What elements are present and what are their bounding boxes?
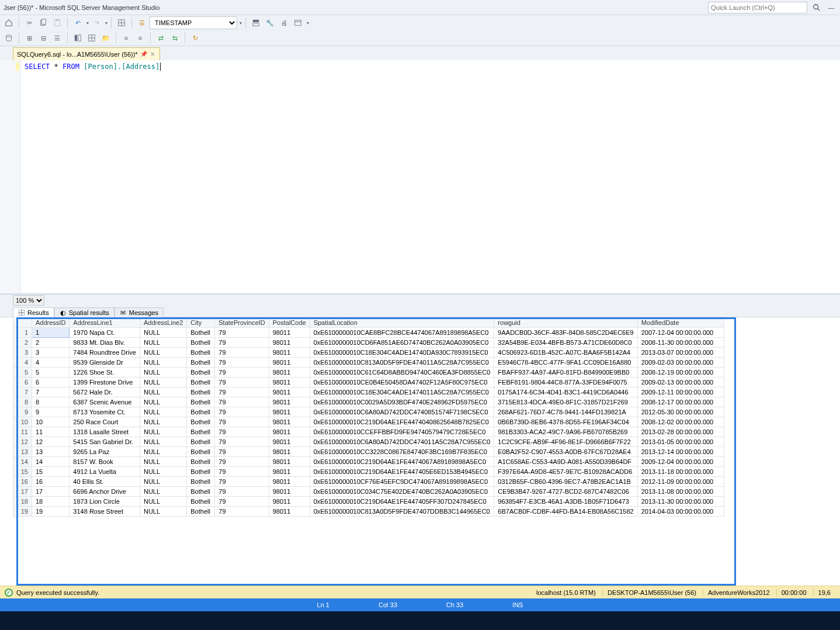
cell-addressid[interactable]: 19 — [32, 507, 70, 517]
cell-city[interactable]: Bothell — [187, 457, 215, 467]
cell-addressline2[interactable]: NULL — [140, 407, 186, 417]
row-number-cell[interactable]: 16 — [13, 477, 32, 487]
cell-addressid[interactable]: 3 — [32, 348, 70, 358]
folder-icon[interactable]: 📁 — [99, 32, 112, 44]
sql-editor[interactable]: SELECT * FROM [Person].[Address] — [0, 60, 840, 294]
cell-addressline2[interactable]: NULL — [140, 497, 186, 507]
cell-addressline2[interactable]: NULL — [140, 328, 186, 338]
cell-city[interactable]: Bothell — [187, 447, 215, 457]
print-icon[interactable]: 🖨 — [277, 16, 290, 29]
row-number-cell[interactable]: 13 — [13, 447, 32, 457]
cell-modifieddate[interactable]: 2009-02-03 00:00:00.000 — [637, 358, 724, 368]
row-number-cell[interactable]: 7 — [13, 387, 32, 397]
cell-postalcode[interactable]: 98011 — [269, 397, 310, 407]
cell-stateprovince[interactable]: 79 — [215, 358, 269, 368]
cell-addressline2[interactable]: NULL — [140, 348, 186, 358]
cell-addressid[interactable]: 10 — [32, 417, 70, 427]
cell-stateprovince[interactable]: 79 — [215, 348, 269, 358]
cell-addressid[interactable]: 15 — [32, 467, 70, 477]
cell-modifieddate[interactable]: 2013-02-28 00:00:00.000 — [637, 427, 724, 437]
table-row[interactable]: 13139265 La PazNULLBothell79980110xE6100… — [13, 447, 724, 457]
editor-content[interactable]: SELECT * FROM [Person].[Address] — [21, 60, 840, 293]
indent-left-icon[interactable]: ≡ — [120, 32, 133, 44]
cut-icon[interactable]: ✂ — [23, 16, 36, 29]
tab-spatial[interactable]: ◐ Spatial results — [54, 307, 114, 317]
cell-rowguid[interactable]: FEBF8191-9804-44C8-877A-33FDE94F0075 — [494, 378, 637, 387]
cell-addressline2[interactable]: NULL — [140, 417, 186, 427]
cell-addressid[interactable]: 11 — [32, 427, 70, 437]
cell-spatiallocation[interactable]: 0xE6100000010C219D64AE1FE447405E6ED153B4… — [310, 467, 494, 477]
cell-stateprovince[interactable]: 79 — [215, 378, 269, 387]
table-row[interactable]: 12125415 San Gabriel Dr.NULLBothell79980… — [13, 437, 724, 447]
cell-spatiallocation[interactable]: 0xE6100000010C0029A5D93BDF4740E248962FD5… — [310, 397, 494, 407]
cell-postalcode[interactable]: 98011 — [269, 467, 310, 477]
panel-icon-2[interactable] — [85, 32, 98, 44]
cell-city[interactable]: Bothell — [187, 417, 215, 427]
col-header[interactable]: StateProvinceID — [215, 318, 269, 328]
cell-addressline1[interactable]: 3148 Rose Street — [70, 507, 140, 517]
cell-stateprovince[interactable]: 79 — [215, 417, 269, 427]
col-header[interactable]: AddressLine1 — [70, 318, 140, 328]
table-row[interactable]: 161640 Ellis St.NULLBothell79980110xE610… — [13, 477, 724, 487]
table-row[interactable]: 19193148 Rose StreetNULLBothell79980110x… — [13, 507, 724, 517]
table-row[interactable]: 17176696 Anchor DriveNULLBothell79980110… — [13, 487, 724, 497]
tab-messages[interactable]: ✉ Messages — [114, 307, 164, 317]
row-number-cell[interactable]: 9 — [13, 407, 32, 417]
col-header[interactable]: AddressID — [32, 318, 70, 328]
cell-addressline2[interactable]: NULL — [140, 387, 186, 397]
row-header-corner[interactable] — [13, 318, 32, 328]
cell-city[interactable]: Bothell — [187, 378, 215, 387]
cell-addressline1[interactable]: 9265 La Paz — [70, 447, 140, 457]
cell-spatiallocation[interactable]: 0xE6100000010C813A0D5F9FDE47407DDBB3C144… — [310, 507, 494, 517]
results-pane-icon[interactable] — [249, 16, 262, 29]
cell-spatiallocation[interactable]: 0xE6100000010C034C75E402DE4740BC262A0A03… — [310, 487, 494, 497]
table-row[interactable]: 775672 Hale Dr.NULLBothell79980110xE6100… — [13, 387, 724, 397]
panel-icon-1[interactable] — [71, 32, 84, 44]
dropdown-caret-icon[interactable]: ▾ — [238, 20, 242, 26]
cell-city[interactable]: Bothell — [187, 467, 215, 477]
home-icon[interactable] — [2, 16, 15, 29]
table-row[interactable]: 229833 Mt. Dias Blv.NULLBothell79980110x… — [13, 338, 724, 348]
cell-postalcode[interactable]: 98011 — [269, 417, 310, 427]
cell-addressline2[interactable]: NULL — [140, 467, 186, 477]
cell-rowguid[interactable]: 4C506923-6D1B-452C-A07C-BAA6F5B142A4 — [494, 348, 637, 358]
cell-addressline2[interactable]: NULL — [140, 447, 186, 457]
cell-addressid[interactable]: 8 — [32, 397, 70, 407]
dropdown-caret-icon[interactable]: ▾ — [306, 20, 309, 26]
row-number-cell[interactable]: 4 — [13, 358, 32, 368]
cell-city[interactable]: Bothell — [187, 368, 215, 378]
table-row[interactable]: 15154912 La VueltaNULLBothell79980110xE6… — [13, 467, 724, 477]
cell-addressline2[interactable]: NULL — [140, 507, 186, 517]
cell-rowguid[interactable]: 0175A174-6C34-4D41-B3C1-4419CD6A0446 — [494, 387, 637, 397]
cell-addressline1[interactable]: 1318 Lasalle Street — [70, 427, 140, 437]
cell-modifieddate[interactable]: 2013-11-30 00:00:00.000 — [637, 497, 724, 507]
search-icon[interactable] — [811, 2, 822, 13]
sql-icon[interactable]: ☰ — [136, 16, 148, 29]
cell-postalcode[interactable]: 98011 — [269, 487, 310, 497]
cell-rowguid[interactable]: F397E64A-A9D8-4E57-9E7C-B10928ACADD6 — [494, 467, 637, 477]
cell-spatiallocation[interactable]: 0xE6100000010CC3228C0867E84740F3BC169B7F… — [310, 447, 494, 457]
cell-addressid[interactable]: 17 — [32, 487, 70, 497]
cell-stateprovince[interactable]: 79 — [215, 368, 269, 378]
cell-modifieddate[interactable]: 2012-11-09 00:00:00.000 — [637, 477, 724, 487]
grid-icon[interactable] — [115, 16, 128, 29]
cell-stateprovince[interactable]: 79 — [215, 427, 269, 437]
cell-addressline1[interactable]: 7484 Roundtree Drive — [70, 348, 140, 358]
cell-modifieddate[interactable]: 2013-12-14 00:00:00.000 — [637, 447, 724, 457]
table-row[interactable]: 14148157 W. BookNULLBothell79980110xE610… — [13, 457, 724, 467]
cell-addressline2[interactable]: NULL — [140, 437, 186, 447]
row-number-cell[interactable]: 8 — [13, 397, 32, 407]
cell-addressline1[interactable]: 5415 San Gabriel Dr. — [70, 437, 140, 447]
cell-stateprovince[interactable]: 79 — [215, 487, 269, 497]
cell-addressline2[interactable]: NULL — [140, 378, 186, 387]
table-row[interactable]: 1010250 Race CourtNULLBothell79980110xE6… — [13, 417, 724, 427]
cell-postalcode[interactable]: 98011 — [269, 457, 310, 467]
cell-spatiallocation[interactable]: 0xE6100000010C61C64D8ABBD94740C460EA3FD8… — [310, 368, 494, 378]
cell-rowguid[interactable]: 0B6B739D-8EB6-4378-8D55-FE196AF34C04 — [494, 417, 637, 427]
cell-modifieddate[interactable]: 2008-12-17 00:00:00.000 — [637, 397, 724, 407]
cell-rowguid[interactable]: 6B7ACB0F-CDBF-44FD-BA14-EB08A56C1582 — [494, 507, 637, 517]
cell-stateprovince[interactable]: 79 — [215, 467, 269, 477]
indent-right-icon[interactable]: ≡ — [134, 32, 147, 44]
cell-postalcode[interactable]: 98011 — [269, 387, 310, 397]
cell-addressline1[interactable]: 40 Ellis St. — [70, 477, 140, 487]
